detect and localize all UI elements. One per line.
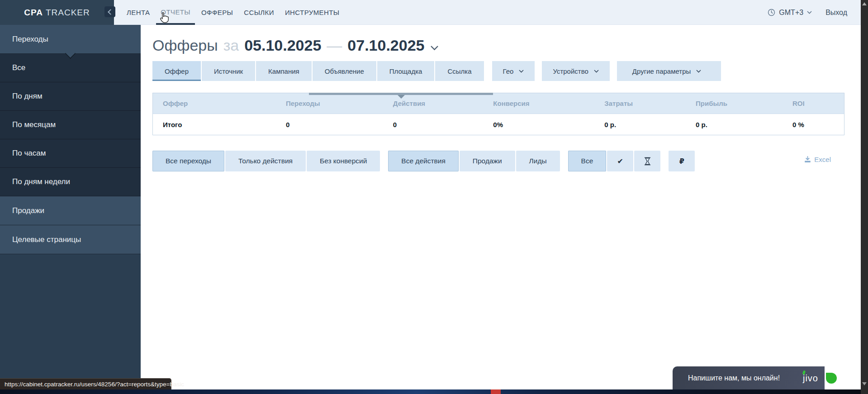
tab-ssylka[interactable]: Ссылка xyxy=(435,61,484,81)
report-table: Оффер Переходы Действия Конверсия Затрат… xyxy=(152,93,844,135)
chat-brand-text: jivo xyxy=(803,373,818,383)
sidebar: Переходы Все По дням По месяцам По часам… xyxy=(0,25,141,394)
scroll-up-arrow-icon[interactable] xyxy=(862,2,867,5)
date-from[interactable]: 05.10.2025 xyxy=(244,37,321,54)
totals-konversiya: 0% xyxy=(483,114,594,135)
ruble-icon: ₽ xyxy=(679,157,684,166)
chevron-down-icon xyxy=(696,70,701,73)
currency-filter-group: ₽ xyxy=(669,151,695,171)
sidebar-item-po-dnyam[interactable]: По дням xyxy=(0,82,141,111)
dropdown-ustroystvo-label: Устройство xyxy=(553,67,588,75)
tab-obyavlenie[interactable]: Объявление xyxy=(313,61,376,81)
totals-deystviya: 0 xyxy=(383,114,484,135)
sidebar-item-prodazhi[interactable]: Продажи xyxy=(0,196,141,225)
totals-label: Итого xyxy=(153,114,276,135)
sidebar-item-po-chasam[interactable]: По часам xyxy=(0,139,141,168)
filter-lidy[interactable]: Лиды xyxy=(516,151,560,171)
sidebar-item-perehody[interactable]: Переходы xyxy=(0,25,141,54)
brand-logo-light: TRACKER xyxy=(46,8,90,18)
actions-filter-group: Все действия Продажи Лиды xyxy=(388,151,560,171)
page-title: Офферы xyxy=(152,37,218,54)
filter-bez-konversiy[interactable]: Без конверсий xyxy=(307,151,380,171)
date-range-chevron-icon[interactable] xyxy=(430,45,439,51)
filter-prodazhi[interactable]: Продажи xyxy=(460,151,515,171)
table-header-row: Оффер Переходы Действия Конверсия Затрат… xyxy=(153,93,844,114)
brand-logo-bold: CPA xyxy=(24,8,43,18)
chat-message: Напишите нам, мы онлайн! xyxy=(688,374,780,382)
tab-offer[interactable]: Оффер xyxy=(152,61,201,81)
date-to[interactable]: 07.10.2025 xyxy=(347,37,424,54)
tab-istochnik[interactable]: Источник xyxy=(202,61,255,81)
nav-tab-instrumenty[interactable]: ИНСТРУМЕНТЫ xyxy=(280,0,344,25)
chat-widget[interactable]: Напишите нам, мы онлайн! jivo xyxy=(673,366,838,390)
sidebar-item-celevye-stranicy[interactable]: Целевые страницы xyxy=(0,225,141,254)
status-filter-group: Все ✔ xyxy=(568,151,661,171)
column-header-zatraty[interactable]: Затраты xyxy=(594,93,686,114)
dimension-tabs: Оффер Источник Кампания Объявление Площа… xyxy=(152,61,721,81)
bottom-taskbar-edge xyxy=(0,389,868,394)
sidebar-item-label: Переходы xyxy=(12,35,48,44)
filter-status-approved[interactable]: ✔ xyxy=(607,151,633,171)
chat-brand-logo: jivo xyxy=(803,373,818,384)
filter-vse-deystviya[interactable]: Все действия xyxy=(388,151,458,171)
report-title-row: Офферы за 05.10.2025 — 07.10.2025 xyxy=(152,37,439,54)
chat-leaf-box xyxy=(825,366,838,390)
filter-currency-ruble[interactable]: ₽ xyxy=(669,151,695,171)
taskbar-red-accent xyxy=(491,389,501,394)
filter-row: Все переходы Только действия Без конверс… xyxy=(152,151,703,171)
totals-zatraty: 0 р. xyxy=(594,114,686,135)
sort-indicator-icon xyxy=(309,93,493,95)
top-navbar: CPA TRACKER ЛЕНТА ОТЧЕТЫ ОФФЕРЫ ССЫЛКИ И… xyxy=(0,0,861,25)
sidebar-collapse-button[interactable] xyxy=(104,6,115,17)
traffic-filter-group: Все переходы Только действия Без конверс… xyxy=(152,151,380,171)
totals-pribyl: 0 р. xyxy=(686,114,783,135)
sidebar-item-po-dnyam-nedeli[interactable]: По дням недели xyxy=(0,168,141,196)
title-preposition: за xyxy=(223,37,239,54)
table-row-totals: Итого 0 0 0% 0 р. 0 р. 0 % xyxy=(153,114,844,135)
date-separator: — xyxy=(327,37,342,54)
logout-link[interactable]: Выход xyxy=(825,9,847,17)
hourglass-icon xyxy=(644,157,651,166)
timezone-selector[interactable]: GMT+3 xyxy=(768,9,812,17)
leaf-icon xyxy=(826,373,837,384)
status-url-text: https://cabinet.cpatracker.ru/users/4825… xyxy=(5,381,184,388)
dropdown-drugie-parametry-label: Другие параметры xyxy=(632,67,691,75)
tab-ploschadka[interactable]: Площадка xyxy=(377,61,435,81)
filter-vse-perehody[interactable]: Все переходы xyxy=(152,151,224,171)
export-excel-label: Excel xyxy=(814,156,831,163)
dropdown-geo-label: Гео xyxy=(503,67,514,75)
brand-logo: CPA TRACKER xyxy=(0,0,114,25)
filter-status-pending[interactable] xyxy=(634,151,660,171)
dropdown-ustroystvo[interactable]: Устройство xyxy=(542,61,609,81)
column-header-perehody[interactable]: Переходы xyxy=(276,93,383,114)
main-nav: ЛЕНТА ОТЧЕТЫ ОФФЕРЫ ССЫЛКИ ИНСТРУМЕНТЫ xyxy=(122,0,344,24)
column-header-roi[interactable]: ROI xyxy=(783,93,844,114)
timezone-label: GMT+3 xyxy=(779,9,803,17)
nav-tab-offery[interactable]: ОФФЕРЫ xyxy=(197,0,237,25)
app-window: CPA TRACKER ЛЕНТА ОТЧЕТЫ ОФФЕРЫ ССЫЛКИ И… xyxy=(0,0,868,394)
status-url-tooltip: https://cabinet.cpatracker.ru/users/4825… xyxy=(0,378,171,390)
dropdown-drugie-parametry[interactable]: Другие параметры xyxy=(617,61,721,81)
chevron-left-icon xyxy=(108,9,114,15)
nav-tab-lenta[interactable]: ЛЕНТА xyxy=(122,0,154,25)
clock-icon xyxy=(768,9,775,16)
filter-tolko-deystviya[interactable]: Только действия xyxy=(225,151,306,171)
tab-kampaniya[interactable]: Кампания xyxy=(256,61,312,81)
chevron-down-icon xyxy=(594,70,599,73)
chevron-down-icon xyxy=(807,11,812,14)
scroll-down-arrow-icon[interactable] xyxy=(862,382,867,385)
mouse-pointer-cursor xyxy=(158,11,171,25)
column-header-konversiya[interactable]: Конверсия xyxy=(483,93,594,114)
navbar-right: GMT+3 Выход xyxy=(768,0,847,25)
vertical-scrollbar[interactable] xyxy=(861,0,868,394)
download-icon xyxy=(804,156,811,163)
column-header-offer[interactable]: Оффер xyxy=(153,93,276,114)
column-header-pribyl[interactable]: Прибыль xyxy=(686,93,783,114)
dropdown-geo[interactable]: Гео xyxy=(492,61,535,81)
filter-status-vse[interactable]: Все xyxy=(568,151,607,171)
chevron-down-icon xyxy=(519,70,524,73)
export-excel-link[interactable]: Excel xyxy=(804,156,831,163)
nav-tab-ssylki[interactable]: ССЫЛКИ xyxy=(239,0,279,25)
report-content: Офферы за 05.10.2025 — 07.10.2025 Оффер … xyxy=(141,25,861,394)
sidebar-item-po-mesyacam[interactable]: По месяцам xyxy=(0,111,141,139)
